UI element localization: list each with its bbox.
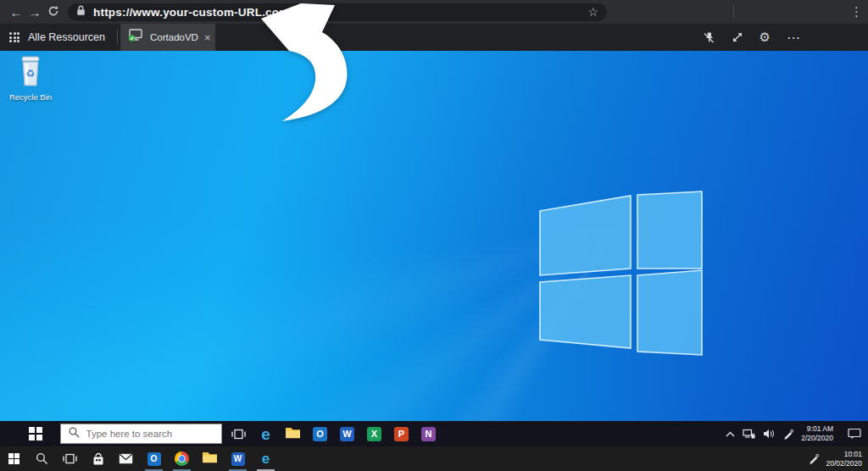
refresh-icon[interactable] bbox=[44, 5, 63, 19]
unpin-icon[interactable] bbox=[703, 31, 715, 44]
edge-icon: e bbox=[262, 452, 270, 466]
excel-icon: X bbox=[367, 427, 381, 441]
host-edge-button[interactable]: e bbox=[252, 446, 280, 471]
fullscreen-icon[interactable] bbox=[732, 31, 743, 43]
chrome-icon bbox=[175, 452, 189, 466]
host-clock[interactable]: 10:01 20/02/2020 bbox=[826, 450, 862, 468]
vd-edge-button[interactable]: e bbox=[253, 421, 280, 446]
task-view-icon bbox=[63, 452, 77, 465]
host-mail-button[interactable] bbox=[112, 446, 140, 471]
host-store-button[interactable] bbox=[84, 446, 112, 471]
browser-menu-icon[interactable]: ⋮ bbox=[850, 0, 863, 24]
edge-icon: e bbox=[261, 426, 270, 442]
session-more-icon[interactable]: ⋯ bbox=[787, 30, 801, 46]
tab-close-icon[interactable]: × bbox=[204, 31, 211, 44]
annotation-arrow bbox=[248, 2, 354, 125]
bookmark-star-icon[interactable]: ☆ bbox=[587, 5, 598, 19]
folder-icon bbox=[202, 451, 218, 467]
host-time: 10:01 bbox=[826, 450, 862, 459]
pen-icon[interactable] bbox=[808, 453, 819, 464]
remote-desktop[interactable]: ♻ Recycle Bin bbox=[0, 51, 868, 421]
vd-word-button[interactable]: W bbox=[334, 421, 361, 446]
powerpoint-icon: P bbox=[394, 427, 409, 441]
recycle-bin[interactable]: ♻ Recycle Bin bbox=[7, 55, 54, 102]
wallpaper-light-rays bbox=[0, 51, 868, 421]
onenote-icon: N bbox=[421, 427, 436, 441]
svg-text:♻: ♻ bbox=[26, 68, 36, 80]
network-icon[interactable] bbox=[743, 429, 755, 440]
tab-strip: Alle Ressourcen CortadoVD × bbox=[0, 24, 868, 51]
tabstrip-separator bbox=[117, 30, 118, 45]
all-resources-label: Alle Ressourcen bbox=[28, 31, 105, 43]
windows-wallpaper-logo bbox=[536, 191, 705, 360]
vd-clock[interactable]: 9:01 AM 2/20/2020 bbox=[801, 424, 833, 442]
mail-icon bbox=[119, 453, 133, 464]
vd-taskbar: e O W X P N 9:01 AM 2/20/2 bbox=[0, 421, 868, 446]
tray-chevron-up-icon[interactable] bbox=[726, 431, 735, 437]
monitor-check-icon bbox=[128, 29, 144, 46]
back-icon[interactable]: ← bbox=[7, 5, 25, 19]
host-chrome-button[interactable] bbox=[168, 446, 196, 471]
windows-start-icon bbox=[8, 453, 19, 464]
host-date: 20/02/2020 bbox=[826, 459, 862, 468]
search-icon bbox=[69, 426, 80, 441]
recycle-bin-label: Recycle Bin bbox=[9, 92, 52, 102]
host-start-button[interactable] bbox=[0, 446, 28, 471]
tab-cortadovd[interactable]: CortadoVD × bbox=[120, 24, 215, 51]
forward-icon[interactable]: → bbox=[25, 5, 44, 19]
vd-search-input[interactable] bbox=[86, 429, 217, 439]
speaker-icon[interactable] bbox=[763, 429, 775, 439]
folder-icon bbox=[285, 426, 301, 442]
vd-date: 2/20/2020 bbox=[801, 434, 833, 443]
vd-task-view-icon[interactable] bbox=[225, 421, 253, 446]
vd-onenote-button[interactable]: N bbox=[415, 421, 442, 446]
vd-time: 9:01 AM bbox=[801, 424, 833, 434]
host-search-button[interactable] bbox=[28, 446, 56, 471]
settings-gear-icon[interactable]: ⚙ bbox=[760, 30, 771, 45]
vd-powerpoint-button[interactable]: P bbox=[388, 421, 415, 446]
vd-excel-button[interactable]: X bbox=[361, 421, 388, 446]
host-word-button[interactable]: W bbox=[224, 446, 252, 471]
host-task-view-button[interactable] bbox=[56, 446, 84, 471]
outlook-icon: O bbox=[147, 452, 161, 466]
action-center-icon[interactable] bbox=[848, 428, 861, 440]
outlook-icon: O bbox=[313, 427, 327, 441]
browser-toolbar: ← → https://www.your-custom-URL.com ☆ ⋮ bbox=[0, 0, 868, 24]
host-file-explorer-button[interactable] bbox=[196, 446, 224, 471]
vd-outlook-button[interactable]: O bbox=[307, 421, 334, 446]
pen-icon[interactable] bbox=[782, 429, 793, 440]
tabstrip-actions: ⚙ ⋯ bbox=[703, 24, 868, 51]
vd-start-button[interactable] bbox=[29, 427, 42, 441]
all-resources-button[interactable]: Alle Ressourcen bbox=[0, 24, 117, 51]
vd-system-tray: 9:01 AM 2/20/2020 bbox=[726, 424, 868, 442]
recycle-bin-icon: ♻ bbox=[16, 55, 45, 91]
host-system-tray: 10:01 20/02/2020 bbox=[808, 450, 868, 468]
screen: ← → https://www.your-custom-URL.com ☆ ⋮ … bbox=[0, 0, 868, 471]
vd-search-box[interactable] bbox=[60, 424, 222, 444]
toolbar-separator bbox=[733, 5, 734, 19]
store-bag-icon bbox=[92, 452, 105, 466]
vd-file-explorer-button[interactable] bbox=[280, 421, 307, 446]
lock-icon bbox=[76, 4, 86, 19]
host-taskbar: O W e 10:01 20/02/2020 bbox=[0, 446, 868, 471]
tab-title: CortadoVD bbox=[150, 32, 198, 42]
word-icon: W bbox=[231, 452, 245, 466]
search-icon bbox=[36, 452, 48, 465]
apps-grid-icon bbox=[9, 32, 19, 42]
word-icon: W bbox=[340, 427, 354, 441]
host-outlook-button[interactable]: O bbox=[140, 446, 168, 471]
